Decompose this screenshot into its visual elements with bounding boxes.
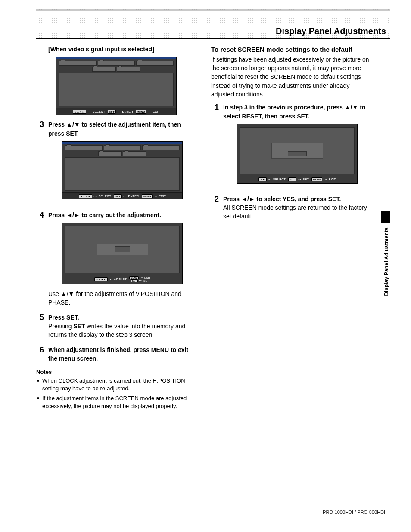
hint-exit: MENU···EXIT [136, 110, 160, 114]
osd-subtabs [59, 67, 174, 72]
step-heading: Press ◄/► to carry out the adjustment. [48, 211, 196, 219]
bracket-heading: [When video signal input is selected] [48, 45, 196, 53]
reset-step-2: 2 Press ◄/► to select YES, and press SET… [211, 195, 371, 221]
osd-tabs [59, 61, 174, 66]
hint-select: ◄▲▼►···SELECT [73, 110, 105, 114]
osd-screen: ◄▲▼►···SELECT SET···ENTER MENU···EXIT [62, 141, 183, 199]
section-heading: To reset SCREEN mode settings to the def… [211, 45, 371, 54]
osd-panel [59, 73, 174, 106]
step-number: 3 [36, 120, 44, 205]
step-number: 5 [36, 313, 44, 339]
step-number: 4 [36, 211, 44, 307]
right-column: To reset SCREEN mode settings to the def… [211, 45, 371, 412]
step-5: 5 Press SET. Pressing SET writes the val… [36, 313, 196, 339]
side-tab-label: Display Panel Adjustments [383, 227, 389, 296]
step-body-text: Pressing SET writes the value into the m… [48, 322, 196, 339]
page-header: Display Panel Adjustments [36, 9, 390, 39]
hint-enter: SET···ENTER [108, 110, 133, 114]
notes-list: When CLOCK adjustment is carried out, th… [36, 377, 196, 410]
notes-heading: Notes [36, 369, 196, 375]
footer-model: PRO-1000HDI / PRO-800HDI [323, 510, 385, 515]
reset-box [271, 143, 323, 159]
note-item: If the adjustment items in the SCREEN mo… [36, 395, 196, 410]
step-heading: When adjustment is finished, press MENU … [48, 345, 196, 363]
side-tab: Display Panel Adjustments [381, 211, 390, 302]
step-heading: Press SET. [48, 313, 196, 322]
osd-figure-1: ◄▲▼►···SELECT SET···ENTER MENU···EXIT [36, 57, 196, 115]
step-4: 4 Press ◄/► to carry out the adjustment.… [36, 211, 196, 307]
osd-figure-reset: ◄►···SELECT SET···SET MENU···EXIT [223, 124, 371, 184]
left-column: [When video signal input is selected] [36, 45, 196, 412]
osd-figure-3: ◄▲▼►···ADJUST MENU···EXIT SET···SET [48, 223, 196, 284]
step-heading: Press ◄/► to select YES, and press SET. [223, 195, 371, 203]
step-6: 6 When adjustment is finished, press MEN… [36, 345, 196, 363]
slider-box [97, 244, 148, 255]
header-rule [36, 38, 390, 39]
step-heading: In step 3 in the previous procedure, pre… [223, 103, 371, 121]
osd-figure-2: ◄▲▼►···SELECT SET···ENTER MENU···EXIT [48, 141, 196, 199]
page-title: Display Panel Adjustments [276, 26, 386, 36]
step-number: 6 [36, 345, 44, 363]
osd-hint-bar: ◄▲▼►···SELECT SET···ENTER MENU···EXIT [62, 192, 182, 199]
osd-screen: ◄►···SELECT SET···SET MENU···EXIT [237, 124, 358, 184]
osd-screen: ◄▲▼►···SELECT SET···ENTER MENU···EXIT [56, 57, 177, 115]
note-item: When CLOCK adjustment is carried out, th… [36, 377, 196, 392]
page: Display Panel Adjustments Display Panel … [0, 0, 411, 532]
step-3: 3 Press ▲/▼ to select the adjustment ite… [36, 120, 196, 205]
step-note: Use ▲/▼ for the adjustments of V.POSITIO… [48, 289, 196, 307]
step-number: 1 [211, 103, 219, 189]
step-number: 2 [211, 195, 219, 221]
step-heading: Press ▲/▼ to select the adjustment item,… [48, 120, 196, 138]
columns: [When video signal input is selected] [36, 45, 371, 412]
osd-hint-bar: ◄▲▼►···ADJUST MENU···EXIT SET···SET [65, 274, 180, 282]
content-area: [When video signal input is selected] [36, 45, 371, 412]
osd-hint-bar: ◄▲▼►···SELECT SET···ENTER MENU···EXIT [56, 108, 176, 115]
reset-step-1: 1 In step 3 in the previous procedure, p… [211, 103, 371, 189]
section-intro: If settings have been adjusted excessive… [211, 55, 371, 99]
osd-screen: ◄▲▼►···ADJUST MENU···EXIT SET···SET [62, 223, 183, 284]
osd-panel-slider [65, 226, 180, 273]
side-tab-marker [381, 211, 390, 223]
osd-hint-bar: ◄►···SELECT SET···SET MENU···EXIT [240, 176, 355, 181]
step-body-text: All SCREEN mode settings are returned to… [223, 203, 371, 221]
osd-panel-reset [240, 127, 355, 174]
